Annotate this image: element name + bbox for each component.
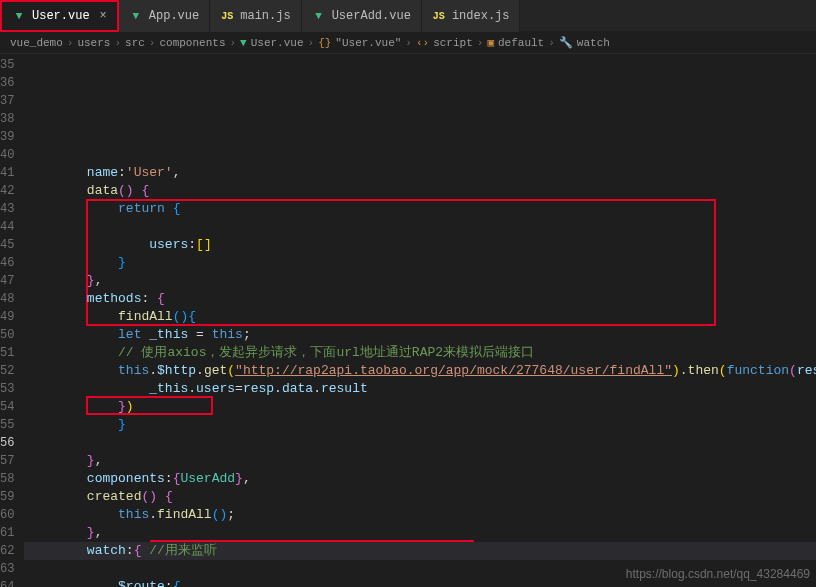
code-line[interactable]: users:[] — [24, 236, 816, 254]
line-number: 62 — [0, 542, 14, 560]
line-number: 63 — [0, 560, 14, 578]
line-number: 52 — [0, 362, 14, 380]
token — [24, 291, 86, 306]
line-number: 50 — [0, 326, 14, 344]
breadcrumb-item[interactable]: 🔧watch — [559, 36, 610, 49]
breadcrumb-item[interactable]: components — [159, 37, 225, 49]
token: methods — [87, 291, 142, 306]
line-number: 38 — [0, 110, 14, 128]
tab-index-js[interactable]: JS index.js — [422, 0, 521, 32]
code-line[interactable]: }, — [24, 272, 816, 290]
breadcrumb-item[interactable]: src — [125, 37, 145, 49]
breadcrumb-label: "User.vue" — [335, 37, 401, 49]
code-line[interactable]: this.findAll(); — [24, 506, 816, 524]
token: UserAdd — [180, 471, 235, 486]
token: } — [87, 453, 95, 468]
code-line[interactable]: }, — [24, 452, 816, 470]
js-icon: JS — [220, 11, 234, 22]
token: . — [274, 381, 282, 396]
tab-main-js[interactable]: JS main.js — [210, 0, 301, 32]
token: ] — [204, 237, 212, 252]
token: users — [149, 237, 188, 252]
breadcrumb-item[interactable]: users — [77, 37, 110, 49]
token: . — [149, 363, 157, 378]
watermark: https://blog.csdn.net/qq_43284469 — [626, 567, 810, 581]
code-line[interactable] — [24, 434, 816, 452]
breadcrumb-item[interactable]: ▣default — [487, 36, 544, 49]
token — [24, 471, 86, 486]
token — [24, 399, 118, 414]
breadcrumb-sep: › — [114, 37, 121, 49]
breadcrumb-item[interactable]: ‹›script — [416, 37, 473, 49]
token: ( — [719, 363, 727, 378]
token: this — [118, 363, 149, 378]
token: ) — [126, 399, 134, 414]
tab-app-vue[interactable]: ▼ App.vue — [119, 0, 210, 32]
token — [24, 417, 118, 432]
code-line[interactable]: this.$http.get("http://rap2api.taobao.or… — [24, 362, 816, 380]
code-line[interactable] — [24, 218, 816, 236]
tab-useradd-vue[interactable]: ▼ UserAdd.vue — [302, 0, 422, 32]
breadcrumb-item[interactable]: {}"User.vue" — [318, 37, 401, 49]
line-number: 40 — [0, 146, 14, 164]
tab-label: index.js — [452, 9, 510, 23]
code-line[interactable]: watch:{ //用来监听 — [24, 542, 816, 560]
token: { — [173, 579, 181, 587]
code-line[interactable]: findAll(){ — [24, 308, 816, 326]
code-editor[interactable]: 3536373839404142434445464748495051525354… — [0, 54, 816, 587]
breadcrumb-sep: › — [149, 37, 156, 49]
line-number: 43 — [0, 200, 14, 218]
line-number: 56 — [0, 434, 14, 452]
code-line[interactable]: created() { — [24, 488, 816, 506]
breadcrumb-item[interactable]: vue_demo — [10, 37, 63, 49]
close-icon[interactable]: × — [100, 9, 107, 23]
token — [24, 363, 118, 378]
code-line[interactable]: }) — [24, 398, 816, 416]
token: name — [87, 165, 118, 180]
token: } — [118, 417, 126, 432]
token — [24, 345, 118, 360]
token: ; — [243, 327, 251, 342]
code-line[interactable]: let _this = this; — [24, 326, 816, 344]
code-line[interactable]: } — [24, 254, 816, 272]
token: // 使用axios，发起异步请求，下面url地址通过RAP2来模拟后端接口 — [118, 345, 534, 360]
code-area[interactable]: name:'User', data() { return { users:[] … — [24, 54, 816, 587]
breadcrumb-sep: › — [67, 37, 74, 49]
js-icon: JS — [432, 11, 446, 22]
line-number: 42 — [0, 182, 14, 200]
tab-user-vue[interactable]: ▼ User.vue × — [0, 0, 119, 32]
line-number: 39 — [0, 128, 14, 146]
token: ) — [149, 489, 157, 504]
token: $http — [157, 363, 196, 378]
token — [24, 525, 86, 540]
line-number: 45 — [0, 236, 14, 254]
token: } — [118, 399, 126, 414]
code-line[interactable]: methods: { — [24, 290, 816, 308]
code-line[interactable]: name:'User', — [24, 164, 816, 182]
token: [ — [196, 237, 204, 252]
code-line[interactable]: }, — [24, 524, 816, 542]
breadcrumb-item[interactable]: ▼User.vue — [240, 37, 303, 49]
token: { — [165, 489, 173, 504]
token: { — [141, 183, 149, 198]
line-number: 37 — [0, 92, 14, 110]
token: findAll — [118, 309, 173, 324]
token: } — [118, 255, 126, 270]
token — [157, 489, 165, 504]
token: : — [165, 471, 173, 486]
code-line[interactable]: return { — [24, 200, 816, 218]
tab-label: UserAdd.vue — [332, 9, 411, 23]
token: { — [157, 291, 165, 306]
token: ( — [789, 363, 797, 378]
code-line[interactable]: components:{UserAdd}, — [24, 470, 816, 488]
code-line[interactable]: } — [24, 416, 816, 434]
code-line[interactable]: data() { — [24, 182, 816, 200]
line-number: 35 — [0, 56, 14, 74]
code-line[interactable]: _this.users=resp.data.result — [24, 380, 816, 398]
line-number: 64 — [0, 578, 14, 587]
line-number: 41 — [0, 164, 14, 182]
line-number: 49 — [0, 308, 14, 326]
code-line[interactable]: // 使用axios，发起异步请求，下面url地址通过RAP2来模拟后端接口 — [24, 344, 816, 362]
line-number: 36 — [0, 74, 14, 92]
token: this — [212, 327, 243, 342]
